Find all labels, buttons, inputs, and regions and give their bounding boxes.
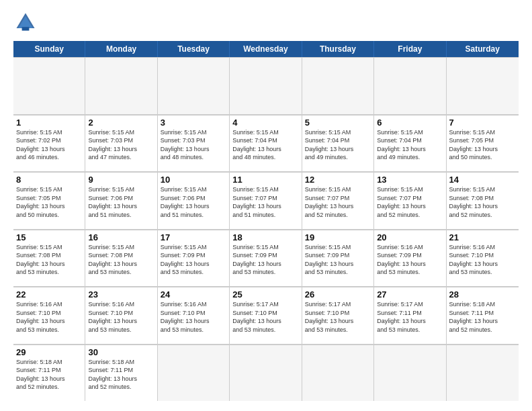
cell-info-line: Sunrise: 5:16 AM	[377, 243, 443, 252]
cell-info-line: Daylight: 13 hours	[232, 202, 298, 211]
cell-info-line: and 53 minutes.	[16, 268, 82, 277]
weekday-header: Thursday	[302, 41, 374, 57]
cell-info-line: Sunrise: 5:17 AM	[232, 300, 298, 309]
cell-info-line: Daylight: 13 hours	[88, 260, 154, 269]
cell-info-line: Daylight: 13 hours	[449, 260, 516, 269]
cell-info-line: and 48 minutes.	[232, 153, 298, 162]
cell-info-line: and 53 minutes.	[161, 268, 226, 277]
logo	[13, 10, 41, 34]
day-number: 29	[16, 347, 82, 357]
calendar-row: 22Sunrise: 5:16 AMSunset: 7:10 PMDayligh…	[13, 287, 519, 345]
cell-info-line: Sunrise: 5:16 AM	[16, 300, 82, 309]
cell-info-line: Sunrise: 5:15 AM	[232, 128, 298, 137]
cell-info-line: Sunset: 7:09 PM	[161, 251, 226, 260]
calendar-cell: 4Sunrise: 5:15 AMSunset: 7:04 PMDaylight…	[230, 115, 302, 172]
day-number: 12	[305, 175, 371, 185]
cell-info-line: Sunrise: 5:15 AM	[16, 128, 82, 137]
cell-info-line: Sunset: 7:08 PM	[16, 251, 82, 260]
day-number: 7	[449, 118, 516, 128]
day-number: 21	[449, 232, 516, 242]
cell-info-line: and 46 minutes.	[16, 153, 82, 162]
calendar-body: 1Sunrise: 5:15 AMSunset: 7:02 PMDaylight…	[13, 57, 519, 401]
cell-info-line: Sunrise: 5:18 AM	[16, 358, 82, 367]
cell-info-line: Sunset: 7:07 PM	[377, 194, 443, 203]
cell-info-line: and 50 minutes.	[16, 211, 82, 220]
cell-info-line: Sunset: 7:10 PM	[232, 309, 298, 318]
cell-info-line: Sunset: 7:03 PM	[161, 136, 226, 145]
day-number: 17	[161, 232, 226, 242]
cell-info-line: Daylight: 13 hours	[88, 202, 154, 211]
cell-info-line: Daylight: 13 hours	[161, 202, 226, 211]
day-number: 18	[232, 232, 298, 242]
cell-info-line: and 53 minutes.	[377, 326, 443, 334]
cell-info-line: Sunrise: 5:15 AM	[161, 243, 226, 252]
day-number: 28	[449, 289, 516, 300]
cell-info-line: Sunrise: 5:15 AM	[232, 185, 298, 194]
cell-info-line: Sunset: 7:09 PM	[232, 251, 298, 260]
day-number: 30	[88, 347, 154, 357]
cell-info-line: Daylight: 13 hours	[161, 145, 226, 154]
day-number: 6	[377, 118, 443, 128]
calendar-cell: 9Sunrise: 5:15 AMSunset: 7:06 PMDaylight…	[85, 172, 157, 229]
calendar-cell: 10Sunrise: 5:15 AMSunset: 7:06 PMDayligh…	[158, 172, 230, 229]
cell-info-line: and 49 minutes.	[377, 153, 443, 162]
cell-info-line: Sunset: 7:03 PM	[88, 136, 154, 145]
day-number: 11	[232, 175, 298, 185]
calendar-cell	[302, 57, 374, 114]
calendar-cell: 25Sunrise: 5:17 AMSunset: 7:10 PMDayligh…	[230, 287, 302, 344]
cell-info-line: and 53 minutes.	[16, 326, 82, 334]
cell-info-line: Daylight: 13 hours	[305, 202, 371, 211]
cell-info-line: Daylight: 13 hours	[377, 317, 443, 326]
cell-info-line: Sunrise: 5:15 AM	[377, 128, 443, 137]
cell-info-line: Sunrise: 5:16 AM	[88, 300, 154, 309]
day-number: 26	[305, 289, 371, 300]
cell-info-line: Sunrise: 5:16 AM	[161, 300, 226, 309]
cell-info-line: and 47 minutes.	[88, 153, 154, 162]
calendar-cell	[13, 57, 85, 114]
day-number: 13	[377, 175, 443, 185]
cell-info-line: and 53 minutes.	[305, 326, 371, 334]
cell-info-line: Sunrise: 5:15 AM	[161, 185, 226, 194]
calendar-cell	[447, 345, 519, 402]
day-number: 16	[88, 232, 154, 242]
cell-info-line: Daylight: 13 hours	[305, 317, 371, 326]
cell-info-line: Sunset: 7:11 PM	[377, 309, 443, 318]
calendar-cell	[374, 345, 446, 402]
calendar-cell: 19Sunrise: 5:15 AMSunset: 7:09 PMDayligh…	[302, 230, 374, 287]
day-number: 25	[232, 289, 298, 300]
calendar: SundayMondayTuesdayWednesdayThursdayFrid…	[13, 41, 519, 401]
cell-info-line: Daylight: 13 hours	[377, 202, 443, 211]
logo-icon	[13, 10, 38, 34]
cell-info-line: and 49 minutes.	[305, 153, 371, 162]
calendar-cell	[230, 57, 302, 114]
calendar-cell: 5Sunrise: 5:15 AMSunset: 7:04 PMDaylight…	[302, 115, 374, 172]
cell-info-line: Sunset: 7:10 PM	[161, 309, 226, 318]
cell-info-line: Daylight: 13 hours	[161, 260, 226, 269]
cell-info-line: Sunset: 7:08 PM	[88, 251, 154, 260]
calendar-cell: 23Sunrise: 5:16 AMSunset: 7:10 PMDayligh…	[85, 287, 157, 344]
cell-info-line: Sunset: 7:04 PM	[377, 136, 443, 145]
cell-info-line: Sunset: 7:06 PM	[161, 194, 226, 203]
weekday-header: Wednesday	[230, 41, 302, 57]
cell-info-line: Daylight: 13 hours	[16, 317, 82, 326]
cell-info-line: and 52 minutes.	[88, 383, 154, 392]
calendar-cell: 2Sunrise: 5:15 AMSunset: 7:03 PMDaylight…	[85, 115, 157, 172]
cell-info-line: Daylight: 13 hours	[305, 145, 371, 154]
cell-info-line: Sunset: 7:09 PM	[305, 251, 371, 260]
cell-info-line: Sunrise: 5:15 AM	[305, 128, 371, 137]
cell-info-line: and 52 minutes.	[449, 326, 516, 334]
cell-info-line: Daylight: 13 hours	[88, 375, 154, 383]
weekday-header: Monday	[85, 41, 157, 57]
calendar-cell: 29Sunrise: 5:18 AMSunset: 7:11 PMDayligh…	[13, 345, 85, 402]
calendar-cell: 30Sunrise: 5:18 AMSunset: 7:11 PMDayligh…	[85, 345, 157, 402]
calendar-cell: 24Sunrise: 5:16 AMSunset: 7:10 PMDayligh…	[158, 287, 230, 344]
calendar-cell: 22Sunrise: 5:16 AMSunset: 7:10 PMDayligh…	[13, 287, 85, 344]
cell-info-line: and 50 minutes.	[449, 153, 516, 162]
cell-info-line: and 51 minutes.	[88, 211, 154, 220]
calendar-cell: 7Sunrise: 5:15 AMSunset: 7:05 PMDaylight…	[447, 115, 519, 172]
day-number: 27	[377, 289, 443, 300]
day-number: 14	[449, 175, 516, 185]
calendar-cell: 8Sunrise: 5:15 AMSunset: 7:05 PMDaylight…	[13, 172, 85, 229]
weekday-header: Friday	[374, 41, 446, 57]
weekday-header: Sunday	[13, 41, 85, 57]
